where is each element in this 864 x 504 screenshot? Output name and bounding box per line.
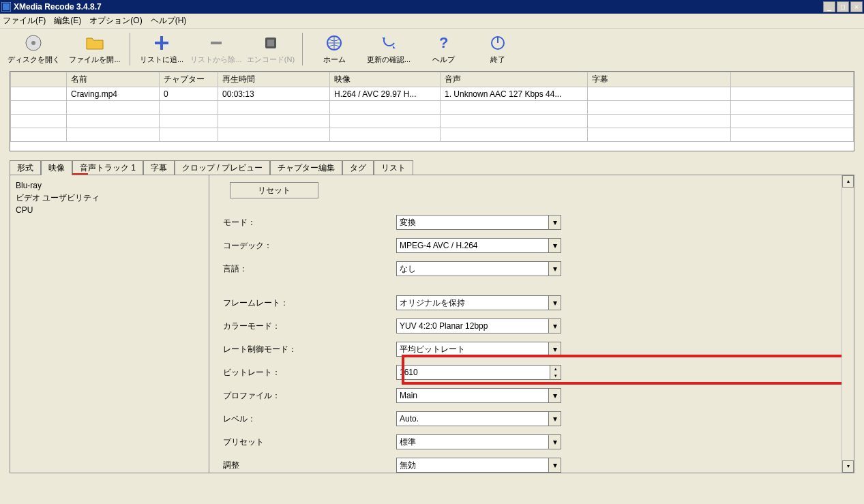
svg-point-3 [31,41,35,45]
col-audio[interactable]: 音声 [441,72,588,87]
video-settings-form: リセット モード： 変換▾ コーデック： MPEG-4 AVC / H.264▾… [209,175,854,473]
scroll-down-icon[interactable]: ▾ [842,460,854,473]
select-preset[interactable]: 標準▾ [396,434,561,449]
row-ratectl: レート制御モード： 平均ビットレート▾ [218,338,846,361]
reset-button[interactable]: リセット [230,182,318,198]
select-profile[interactable]: Main▾ [396,388,561,403]
select-framerate[interactable]: オリジナルを保持▾ [396,295,561,310]
dropdown-arrow-icon: ▾ [548,239,561,252]
toolbar-help[interactable]: ? ヘルプ [416,30,471,65]
label-tune: 調整 [218,460,396,471]
select-mode[interactable]: 変換▾ [396,215,561,230]
select-codec[interactable]: MPEG-4 AVC / H.264▾ [396,238,561,253]
row-level: レベル： Auto.▾ [218,407,846,430]
row-colormode: カラーモード： YUV 4:2:0 Planar 12bpp▾ [218,314,846,338]
table-row[interactable]: Craving.mp4 0 00:03:13 H.264 / AVC 29.97… [11,87,854,101]
video-settings-panel: Blu-ray ビデオ ユーザビリティ CPU リセット モード： 変換▾ コー… [10,175,854,473]
menu-options[interactable]: オプション(O) [89,15,142,27]
menu-help[interactable]: ヘルプ(H) [151,15,187,27]
side-category-list[interactable]: Blu-ray ビデオ ユーザビリティ CPU [10,175,209,473]
label-colormode: カラーモード： [218,321,396,332]
row-lang: 言語： なし▾ [218,257,846,280]
svg-rect-4 [211,42,222,44]
vertical-scrollbar[interactable]: ▴ ▾ [841,175,854,473]
menu-bar: ファイル(F) 編集(E) オプション(O) ヘルプ(H) [0,14,864,29]
select-language[interactable]: なし▾ [396,261,561,276]
row-framerate: フレームレート： オリジナルを保持▾ [218,291,846,314]
dropdown-arrow-icon: ▾ [548,435,561,449]
label-codec: コーデック： [218,240,396,252]
row-preset: プリセット 標準▾ [218,430,846,454]
side-item-cpu[interactable]: CPU [16,204,203,216]
toolbar-remove-list[interactable]: リストから除... [189,30,243,65]
select-rate-control[interactable]: 平均ビットレート▾ [396,342,561,357]
tab-strip: 形式 映像 音声トラック 1 字幕 クロップ / プレビュー チャプター編集 タ… [10,160,854,175]
tab-list[interactable]: リスト [374,160,413,175]
svg-rect-1 [3,3,10,10]
row-bitrate: ビットレート： 1610▴▾ [218,361,846,384]
toolbar-update[interactable]: 更新の確認... [361,30,416,65]
dropdown-arrow-icon: ▾ [548,216,561,229]
toolbar-exit[interactable]: 終了 [471,30,525,65]
label-language: 言語： [218,263,396,275]
col-name[interactable]: 名前 [67,72,160,87]
scroll-up-icon[interactable]: ▴ [842,175,854,188]
label-framerate: フレームレート： [218,297,396,309]
label-level: レベル： [218,413,396,425]
globe-icon [307,33,361,53]
menu-edit[interactable]: 編集(E) [54,15,81,27]
dropdown-arrow-icon: ▾ [548,296,561,310]
toolbar: ディスクを開く ファイルを開... リストに追... リストから除... エンコ… [0,29,864,71]
tab-subtitle[interactable]: 字幕 [143,160,175,175]
toolbar-encode[interactable]: エンコード(N) [243,30,298,65]
svg-rect-6 [267,40,274,46]
table-header-row: 名前 チャプター 再生時間 映像 音声 字幕 [11,72,854,87]
toolbar-home[interactable]: ホーム [307,30,361,65]
plus-icon [134,33,189,53]
col-video[interactable]: 映像 [330,72,441,87]
label-preset: プリセット [218,436,396,448]
tab-chapter-edit[interactable]: チャプター編集 [270,160,342,175]
row-tune: 調整 無効▾ [218,454,846,473]
col-extra [731,72,854,87]
toolbar-add-list[interactable]: リストに追... [134,30,189,65]
cell-chapter: 0 [160,87,218,101]
select-level[interactable]: Auto.▾ [396,411,561,426]
close-button[interactable]: ✕ [850,1,863,12]
spin-down-icon[interactable]: ▾ [550,372,561,379]
select-tune[interactable]: 無効▾ [396,458,561,473]
select-colormode[interactable]: YUV 4:2:0 Planar 12bpp▾ [396,318,561,333]
tab-audio-track-1[interactable]: 音声トラック 1 [72,160,143,175]
table-row-empty [11,128,854,142]
col-subtitle[interactable]: 字幕 [588,72,731,87]
spin-up-icon[interactable]: ▴ [550,366,561,372]
maximize-button[interactable]: □ [837,1,849,12]
title-bar: XMedia Recode 3.4.8.7 _ □ ✕ [0,0,864,14]
encode-icon [243,33,298,53]
window-title: XMedia Recode 3.4.8.7 [14,2,823,12]
dropdown-arrow-icon: ▾ [548,412,561,426]
col-duration[interactable]: 再生時間 [218,72,330,87]
minimize-button[interactable]: _ [823,1,835,12]
col-chapter[interactable]: チャプター [160,72,218,87]
side-item-bluray[interactable]: Blu-ray [16,179,203,192]
tab-crop-preview[interactable]: クロップ / プレビュー [175,160,270,175]
toolbar-open-disc[interactable]: ディスクを開く [3,30,64,65]
tab-format[interactable]: 形式 [10,160,41,175]
toolbar-open-file[interactable]: ファイルを開... [64,30,125,65]
menu-file[interactable]: ファイル(F) [3,15,46,27]
dropdown-arrow-icon: ▾ [548,458,561,472]
side-item-usability[interactable]: ビデオ ユーザビリティ [16,192,203,204]
cell-subtitle [588,87,731,101]
tab-tag[interactable]: タグ [342,160,374,175]
toolbar-separator [130,33,130,65]
cell-video: H.264 / AVC 29.97 H... [330,87,441,101]
input-bitrate[interactable]: 1610▴▾ [396,365,561,380]
minus-icon [189,33,243,53]
tab-video[interactable]: 映像 [41,160,72,175]
label-rate-control: レート制御モード： [218,344,396,355]
file-list-table[interactable]: 名前 チャプター 再生時間 映像 音声 字幕 Craving.mp4 0 00:… [10,71,854,151]
cell-duration: 00:03:13 [218,87,330,101]
cell-audio: 1. Unknown AAC 127 Kbps 44... [441,87,588,101]
folder-icon [64,33,125,53]
